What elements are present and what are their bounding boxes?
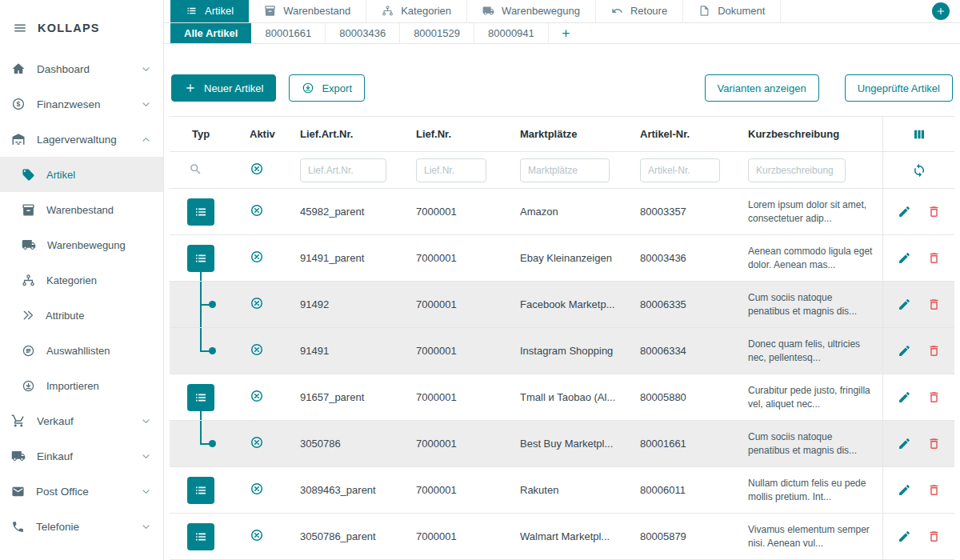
list-circle-icon: [22, 344, 35, 358]
delete-button[interactable]: [927, 251, 941, 265]
search-icon[interactable]: [189, 162, 202, 176]
sidebar-item-einkauf[interactable]: Einkauf: [0, 438, 163, 474]
lief-art-nr: 3050786: [295, 438, 411, 450]
subtab-article[interactable]: 80001661: [251, 23, 326, 43]
delete-button[interactable]: [927, 390, 941, 404]
tab-warenbestand[interactable]: Warenbestand: [249, 0, 366, 22]
sidebar-item-post-office[interactable]: Post Office: [0, 474, 163, 509]
new-article-button[interactable]: Neuer Artikel: [171, 74, 276, 102]
edit-button[interactable]: [898, 298, 911, 311]
delete-button[interactable]: [927, 298, 941, 311]
filter-lief-nr-input[interactable]: [416, 158, 486, 182]
subtab-article[interactable]: 80000941: [474, 23, 549, 43]
export-button[interactable]: Export: [289, 74, 365, 102]
export-download-icon: [302, 82, 314, 94]
sidebar-item-importieren[interactable]: Importieren: [0, 368, 163, 403]
edit-button[interactable]: [898, 390, 911, 404]
filter-marktplaetze-input[interactable]: [520, 158, 610, 182]
kurzbeschreibung: Cum sociis natoque penatibus et magnis d…: [743, 291, 882, 317]
trash-icon: [927, 205, 941, 218]
pencil-icon: [898, 344, 911, 358]
delete-button[interactable]: [927, 205, 941, 218]
delete-button[interactable]: [927, 483, 941, 497]
column-settings-button[interactable]: [912, 127, 926, 142]
active-status-icon[interactable]: [250, 528, 264, 542]
subtab-article[interactable]: 80001529: [400, 23, 474, 43]
marktplatz: Instagram Shopping: [515, 345, 635, 357]
tree-connector: [200, 421, 202, 444]
tab-retoure[interactable]: Retoure: [596, 0, 683, 22]
sidebar-item-warenbestand[interactable]: Warenbestand: [0, 192, 163, 227]
tab-warenbewegung[interactable]: Warenbewegung: [467, 0, 596, 22]
sidebar-item-verkauf[interactable]: Verkauf: [0, 403, 163, 438]
mail-icon: [11, 485, 25, 498]
chevron-down-icon: [140, 63, 152, 75]
tab-kategorien[interactable]: Kategorien: [366, 0, 467, 22]
table-row[interactable]: 91492 7000001 Facebook Marketp... 800063…: [170, 282, 954, 328]
delete-button[interactable]: [927, 530, 941, 543]
menu-icon[interactable]: [13, 21, 27, 35]
edit-button[interactable]: [898, 251, 911, 265]
aktiv-filter-cell: [243, 162, 295, 178]
sidebar-item-kategorien[interactable]: Kategorien: [0, 262, 163, 298]
tree-connector: [200, 328, 202, 351]
sidebar-item-attribute[interactable]: Attribute: [0, 298, 163, 333]
refresh-button[interactable]: [912, 163, 926, 178]
sidebar-item-telefonie[interactable]: Telefonie: [0, 509, 163, 544]
plus-circle-icon: [184, 82, 197, 94]
edit-button[interactable]: [898, 344, 911, 358]
tab-dokument[interactable]: Dokument: [683, 0, 781, 22]
subtab-article[interactable]: 80003436: [326, 23, 400, 43]
lief-nr: 7000001: [411, 530, 515, 542]
tab-artikel[interactable]: Artikel: [170, 0, 249, 22]
edit-button[interactable]: [898, 205, 911, 218]
kurzbeschreibung: Lorem ipsum dolor sit amet, consectetuer…: [743, 198, 882, 224]
inventory-icon: [264, 5, 276, 17]
active-status-icon[interactable]: [250, 296, 264, 310]
table-row[interactable]: 3089463_parent 7000001 Rakuten 80006011 …: [170, 467, 954, 514]
lagerverwaltung-submenu: Artikel Warenbestand Warenbewegung Kateg…: [0, 157, 163, 403]
subtab-alle-artikel[interactable]: Alle Artikel: [170, 23, 251, 43]
article-type-button[interactable]: [187, 198, 214, 226]
sidebar-item-warenbewegung[interactable]: Warenbewegung: [0, 227, 163, 262]
marktplatz: Walmart Marketpl...: [515, 530, 635, 542]
filter-lief-art-nr-input[interactable]: [300, 158, 386, 182]
col-header-lief-nr: Lief.Nr.: [411, 128, 515, 140]
active-status-icon[interactable]: [250, 389, 264, 403]
edit-button[interactable]: [898, 530, 911, 543]
article-type-button[interactable]: [187, 384, 214, 411]
delete-button[interactable]: [927, 344, 941, 358]
show-variants-button[interactable]: Varianten anzeigen: [705, 74, 819, 102]
article-type-button[interactable]: [187, 245, 214, 272]
active-status-icon[interactable]: [250, 203, 264, 218]
table-row[interactable]: 91657_parent 7000001 Tmall и Taobao (Al.…: [170, 374, 954, 421]
table-row[interactable]: 45982_parent 7000001 Amazon 80003357 Lor…: [170, 189, 954, 235]
filter-kurzbeschreibung-input[interactable]: [748, 158, 846, 182]
table-row[interactable]: 91491 7000001 Instagram Shopping 8000633…: [170, 328, 954, 374]
table-row[interactable]: 91491_parent 7000001 Ebay Kleinanzeigen …: [170, 235, 954, 282]
edit-button[interactable]: [898, 437, 911, 450]
add-tab-button[interactable]: [932, 2, 950, 20]
sidebar-item-dashboard[interactable]: Dashboard: [0, 51, 163, 86]
active-status-icon[interactable]: [250, 250, 264, 264]
active-status-icon[interactable]: [250, 342, 264, 357]
table-row[interactable]: 3050786 7000001 Best Buy Marketpl... 800…: [170, 421, 954, 467]
sidebar-item-artikel[interactable]: Artikel: [0, 157, 163, 192]
list-icon: [194, 390, 208, 405]
active-status-icon[interactable]: [250, 435, 264, 450]
active-status-icon[interactable]: [250, 482, 264, 496]
lief-art-nr: 91492: [295, 298, 411, 310]
table-row[interactable]: 3050786_parent 7000001 Walmart Marketpl.…: [170, 514, 954, 560]
add-article-tab-button[interactable]: [549, 23, 583, 43]
unverified-articles-button[interactable]: Ungeprüfte Artikel: [845, 74, 953, 102]
sidebar-item-lagerverwaltung[interactable]: Lagerverwaltung: [0, 122, 163, 157]
filter-artikel-nr-input[interactable]: [640, 158, 720, 182]
sidebar-item-auswahllisten[interactable]: Auswahllisten: [0, 333, 163, 368]
article-type-button[interactable]: [187, 477, 214, 504]
tree-connector: [200, 272, 202, 281]
article-type-button[interactable]: [187, 523, 214, 550]
delete-button[interactable]: [927, 437, 941, 450]
sidebar-item-finanzwesen[interactable]: Finanzwesen: [0, 86, 163, 122]
edit-button[interactable]: [898, 483, 911, 497]
active-toggle-icon[interactable]: [250, 162, 264, 176]
